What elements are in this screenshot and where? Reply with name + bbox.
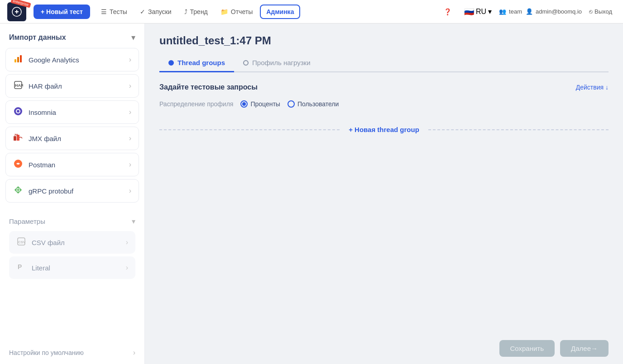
item-chevron-icon: › [129,108,131,116]
logo-area: enterprise [7,2,26,21]
help-icon: ❓ [444,8,451,15]
user-icon: 👤 [526,8,533,15]
params-section-header[interactable]: Параметры ▾ [9,217,135,231]
svg-text:HAR: HAR [15,83,23,88]
param-item-literal[interactable]: P Literal › [9,256,135,279]
settings-label: Настройки по умолчанию [9,349,84,356]
csv-icon: CSV [16,236,26,248]
import-item-label-har: HAR файл [29,82,124,90]
check-circle-icon: ✓ [140,8,145,15]
list-icon: ☰ [101,8,107,15]
import-item-jmx[interactable]: JM JMX файл › [5,127,139,150]
radio-option-percents[interactable]: Проценты [240,100,280,108]
main-header: untitled_test_1:47 PM Thread groups Проф… [145,24,623,72]
content-header-row: Задайте тестовые запросы Действия ↓ [159,83,609,91]
param-item-label-literal: Literal [32,264,120,272]
chevron-down-icon: ▾ [488,7,492,16]
dashed-line-right [428,129,609,130]
svg-rect-9 [14,136,16,141]
tab-load-profile[interactable]: Профиль нагрузки [234,54,320,72]
svg-rect-1 [14,59,16,62]
tab-bar: Thread groups Профиль нагрузки [159,54,609,72]
radio-circle-percents [240,100,248,108]
svg-text:JM: JM [14,133,18,136]
import-section-title: Импорт данных [9,33,66,42]
language-selector[interactable]: 🇷🇺 RU ▾ [460,5,495,19]
har-icon: HAR [13,80,23,92]
admin-button[interactable]: Админка [260,5,300,19]
exit-icon: ⎋ [589,8,593,15]
radio-group: Проценты Пользователи [240,100,339,108]
nav-trend-button[interactable]: ⤴ Тренд [179,5,213,18]
import-item-label-grpc: gRPC protobuf [29,187,124,195]
svg-point-8 [17,110,19,113]
param-chevron-icon: › [126,238,128,246]
nav-reports-button[interactable]: 📁 Отчеты [215,5,258,18]
tab-dot [243,60,249,66]
import-item-insomnia[interactable]: Insomnia › [5,100,139,124]
import-item-google-analytics[interactable]: Google Analytics › [5,48,139,71]
item-chevron-icon: › [129,56,131,64]
trend-icon: ⤴ [184,8,187,15]
new-test-button[interactable]: + Новый тест [34,5,90,19]
import-item-label-jmx: JMX файл [29,135,124,142]
content-title: Задайте тестовые запросы [159,83,258,91]
topnav: enterprise + Новый тест ☰ Тесты ✓ Запуск… [0,0,623,24]
actions-button[interactable]: Действия ↓ [576,84,609,91]
settings-chevron-icon: › [133,349,135,357]
nav-right: ❓ 🇷🇺 RU ▾ 👥 team 👤 admin@boomq.io ⎋ Выхо… [438,5,616,19]
content-area: Задайте тестовые запросы Действия ↓ Расп… [145,72,623,333]
import-item-label-google-analytics: Google Analytics [29,56,124,64]
add-thread-group-button[interactable]: + Новая thread group [340,122,428,137]
help-button[interactable]: ❓ [438,5,457,18]
params-chevron-icon: ▾ [132,217,135,226]
insomnia-icon [13,106,23,118]
param-item-label-csv: CSV файл [32,239,120,246]
params-section: Параметры ▾ CSV CSV файл › [0,210,144,286]
user-email: 👤 admin@boomq.io [526,8,582,15]
settings-row[interactable]: Настройки по умолчанию › [0,341,144,364]
import-item-har[interactable]: HAR HAR файл › [5,74,139,98]
jmx-icon: JM [13,132,23,144]
radio-label-users: Пользователи [297,100,339,108]
param-chevron-icon: › [126,264,128,272]
literal-icon: P [16,262,26,274]
svg-text:CSV: CSV [18,240,26,244]
import-item-postman[interactable]: Postman › [5,153,139,176]
analytics-icon [13,54,23,66]
radio-option-users[interactable]: Пользователи [288,100,339,108]
item-chevron-icon: › [129,82,131,90]
import-list: Google Analytics › HAR HAR файл › [0,48,144,210]
item-chevron-icon: › [129,161,131,169]
team-icon: 👥 [499,8,506,15]
team-label: 👥 team [499,8,522,15]
item-chevron-icon: › [129,187,131,195]
item-chevron-icon: › [129,134,131,142]
folder-icon: 📁 [220,8,228,15]
bottom-bar: Сохранить Далее→ [145,333,623,364]
param-item-csv[interactable]: CSV CSV файл › [9,231,135,254]
nav-tests-button[interactable]: ☰ Тесты [96,5,133,18]
svg-rect-3 [20,55,22,62]
thread-add-row: + Новая thread group [159,122,609,137]
grpc-icon [13,185,23,197]
tab-dot-active [168,60,174,66]
import-item-grpc[interactable]: gRPC protobuf › [5,179,139,203]
main-content: untitled_test_1:47 PM Thread groups Проф… [145,24,623,364]
svg-rect-2 [17,57,19,62]
next-button[interactable]: Далее→ [560,340,609,357]
save-button[interactable]: Сохранить [499,340,555,357]
radio-circle-users [288,100,295,108]
exit-button[interactable]: ⎋ Выход [585,6,616,17]
sidebar: Импорт данных ▾ Google Analytics › [0,24,145,364]
params-section-title: Параметры [9,217,45,225]
nav-launches-button[interactable]: ✓ Запуски [134,5,177,18]
params-list: CSV CSV файл › P Literal › [9,231,135,279]
postman-icon [13,159,23,170]
import-item-label-postman: Postman [29,161,124,169]
layout: Импорт данных ▾ Google Analytics › [0,24,623,364]
import-section-header[interactable]: Импорт данных ▾ [0,24,144,48]
import-chevron-icon: ▾ [131,33,135,43]
tab-thread-groups[interactable]: Thread groups [159,54,234,72]
import-item-label-insomnia: Insomnia [29,109,124,116]
